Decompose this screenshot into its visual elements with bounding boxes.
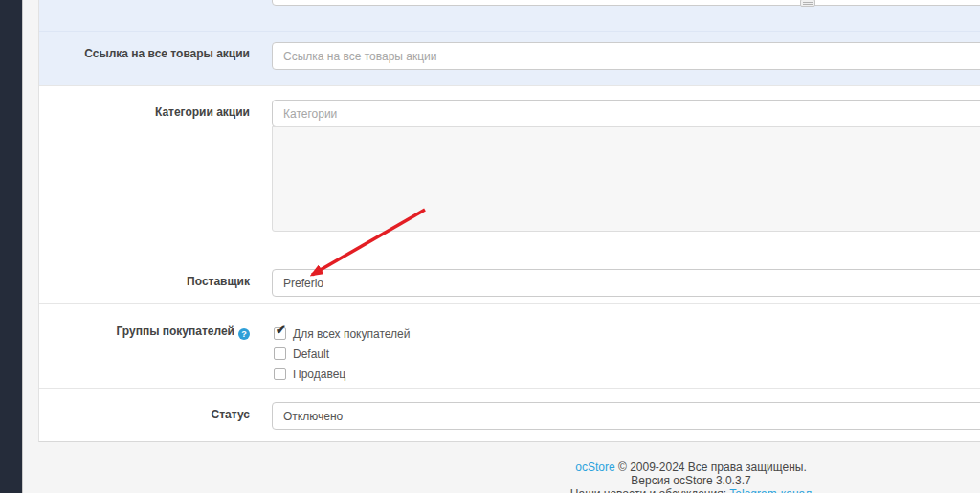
link-input[interactable]	[272, 42, 980, 70]
checkbox-label[interactable]: Продавец	[293, 368, 345, 381]
categories-autocomplete-input[interactable]	[272, 100, 980, 127]
customer-group-option: Default	[274, 345, 329, 358]
customer-group-option: Продавец	[274, 365, 345, 378]
row-divider	[39, 388, 980, 389]
resize-grip-icon[interactable]	[800, 0, 815, 7]
footer: ocStore © 2009-2024 Все права защищены. …	[38, 460, 980, 493]
footer-extra-link[interactable]: Telegram-канал	[729, 487, 812, 493]
checkbox-checked[interactable]: ✔	[274, 327, 286, 340]
help-icon[interactable]: ?	[238, 328, 250, 340]
row-divider	[39, 303, 980, 304]
footer-version-line: Версия ocStore 3.0.3.7	[38, 474, 980, 487]
sidebar-collapsed[interactable]	[0, 0, 23, 493]
row-divider	[39, 85, 980, 86]
copyright-text: © 2009-2024 Все права защищены.	[615, 460, 807, 474]
row-divider	[39, 31, 980, 32]
checkbox-unchecked[interactable]	[274, 368, 286, 380]
footer-copyright-line: ocStore © 2009-2024 Все права защищены.	[38, 460, 980, 474]
supplier-field-label: Поставщик	[39, 276, 250, 288]
footer-extra-line: Наши новости и обсуждения: Telegram-кана…	[38, 487, 980, 493]
checkbox-label[interactable]: Для всех покупателей	[293, 327, 410, 341]
ocstore-link[interactable]: ocStore	[575, 460, 614, 474]
checkbox-label[interactable]: Default	[293, 347, 329, 361]
row-divider	[39, 258, 980, 258]
status-field-label: Статус	[39, 409, 250, 421]
admin-page: Ссылка на все товары акции Категории акц…	[0, 0, 980, 493]
customer-group-option: ✔Для всех покупателей	[274, 325, 410, 338]
categories-selected-list	[272, 126, 980, 232]
supplier-input[interactable]	[272, 269, 980, 297]
link-field-label: Ссылка на все товары акции	[39, 48, 250, 60]
customer-groups-field-label: Группы покупателей?	[39, 325, 250, 340]
categories-field-label: Категории акции	[39, 106, 250, 119]
rich-text-editor[interactable]	[272, 0, 980, 6]
form-panel: Ссылка на все товары акции Категории акц…	[38, 0, 980, 442]
check-icon: ✔	[276, 324, 286, 336]
status-select[interactable]: Отключено	[272, 402, 980, 430]
checkbox-unchecked[interactable]	[274, 347, 286, 360]
